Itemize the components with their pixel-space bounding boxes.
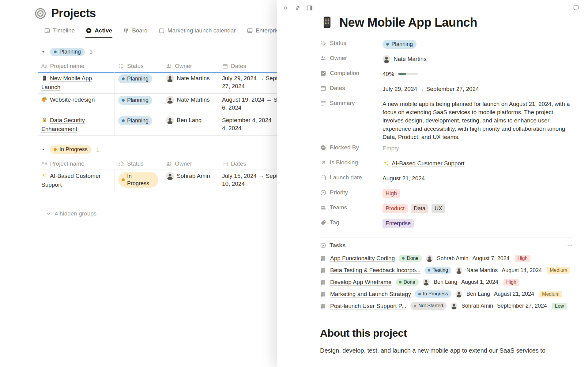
tag-pill[interactable]: Product [383,204,408,213]
project-name-link[interactable]: Data Security Enhancement [41,117,85,132]
column-header-project-name[interactable]: AaProject name [38,60,115,72]
tag-pill[interactable]: High [383,189,400,198]
column-label: Project name [50,63,85,69]
task-person: Nate Martins [466,267,498,274]
tag-pill[interactable]: Enterprise [383,219,414,228]
tag-pill[interactable]: High [515,255,530,262]
tag-pill[interactable]: Medium [539,291,562,298]
expand-icon[interactable] [294,5,301,11]
project-name-cell[interactable]: Data Security Enhancement [38,114,115,136]
tab-timeline[interactable]: Timeline [44,27,75,38]
property-value[interactable]: August 21, 2024 [383,171,425,182]
status-pill[interactable]: Done [396,279,419,286]
group-pill[interactable]: Planning [50,48,85,56]
property-value[interactable]: 40% [383,67,418,78]
owner-name: Ben Lang [177,116,202,124]
owner-cell[interactable]: Ben Lang [162,114,218,136]
task-person: Ben Lang [466,291,490,297]
tag-pill[interactable]: Data [411,204,428,213]
property-value[interactable]: July 29, 2024 → September 27, 2024 [383,82,479,93]
group-toggle-icon[interactable] [41,148,45,152]
owner-cell[interactable]: Sohrab Amin [162,170,218,191]
task-name-link[interactable]: Develop App Wireframe [330,279,392,286]
property-value[interactable]: Nate Martins [383,52,427,63]
lock-icon [41,117,47,125]
task-name-link[interactable]: Beta Testing & Feedback Incorpo... [330,267,420,274]
status-pill[interactable]: Planning [118,116,152,125]
task-row[interactable]: Beta Testing & Feedback Incorpo...Testin… [320,267,573,274]
property-summary: SummaryA new mobile app is being planned… [320,97,573,141]
status-cell[interactable]: Planning [115,114,162,136]
tag-pill[interactable]: Low [552,303,567,309]
status-cell[interactable]: Planning [115,72,162,94]
page-icon [320,279,326,285]
task-row[interactable]: App Functionality CodingDoneSohrab AminA… [320,255,573,262]
column-header-project-name[interactable]: AaProject name [38,158,115,170]
property-value[interactable]: High [383,186,400,198]
task-name-link[interactable]: App Functionality Coding [330,255,395,262]
status-pill[interactable]: Planning [118,74,152,83]
status-pill[interactable]: In Progress [415,290,451,298]
sidepeek-icon[interactable] [306,5,313,11]
spinner-icon [118,63,124,69]
status-pill[interactable]: Done [399,255,422,262]
task-date: August 1, 2024 [461,279,498,285]
property-value[interactable]: A new mobile app is being planned for la… [383,97,570,141]
task-row[interactable]: Post-launch User Support P...Not Started… [320,302,573,310]
status-dot [399,281,401,283]
relation-link-text[interactable]: AI-Based Customer Support [392,159,465,167]
task-row[interactable]: Marketing and Launch StrategyIn Progress… [320,290,573,298]
project-name-link[interactable]: Website redesign [50,96,95,103]
tab-board[interactable]: Board [123,27,148,38]
project-name-link[interactable]: AI-Based Customer Support [41,173,101,188]
text-type-icon: Aa [41,63,47,69]
task-name-link[interactable]: Marketing and Launch Strategy [330,291,411,298]
column-header-status[interactable]: Status [115,60,162,72]
status-dot [122,77,125,80]
avatar [166,96,174,104]
owner-cell[interactable]: Nate Martins [162,94,218,114]
more-options-icon[interactable] [567,242,573,249]
project-name-cell[interactable]: New Mobile App Launch [38,72,115,94]
comment-icon[interactable] [573,5,579,11]
avatar [383,55,390,63]
status-pill[interactable]: Not Started [410,302,447,310]
project-name-link[interactable]: New Mobile App Launch [41,75,92,90]
property-value[interactable]: Empty [383,141,399,152]
chevrons-icon[interactable] [282,5,289,11]
status-pill[interactable]: Planning [383,40,417,49]
column-header-owner[interactable]: Owner [162,158,218,170]
tag-pill[interactable]: UX [432,204,445,213]
owner-cell[interactable]: Nate Martins [162,72,218,94]
group-toggle-icon[interactable] [41,50,45,54]
status-pill[interactable]: In Progress [118,172,158,188]
owner-name: Nate Martins [177,74,210,82]
tab-active[interactable]: Active [85,27,112,38]
tab-marketing-launch-calendar[interactable]: Marketing launch calendar [158,27,236,38]
divider [320,237,573,238]
tag-pill[interactable]: High [503,279,519,286]
property-value[interactable]: Enterprise [383,216,414,228]
status-pill[interactable]: Planning [118,96,152,105]
project-name-cell[interactable]: AI-Based Customer Support [38,170,115,191]
task-name-link[interactable]: Post-launch User Support P... [330,303,406,309]
property-value[interactable]: AI-Based Customer Support [383,156,465,167]
status-cell[interactable]: In Progress [115,170,162,191]
status-dot [414,305,416,307]
peek-page-title: New Mobile App Launch [339,16,477,29]
task-person: Sohrab Amin [462,303,493,309]
group-pill[interactable]: In Progress [50,145,92,154]
project-name-cell[interactable]: Website redesign [38,94,115,114]
column-header-status[interactable]: Status [115,158,162,170]
status-cell[interactable]: Planning [115,94,162,114]
status-pill[interactable]: Testing [424,267,451,274]
tagicon-icon [320,219,326,226]
task-row[interactable]: Develop App WireframeDoneBen LangAugust … [320,279,573,286]
column-header-owner[interactable]: Owner [162,60,218,72]
avatar [166,116,174,124]
property-value[interactable]: ProductDataUX [383,201,445,213]
property-value[interactable]: Planning [383,37,417,49]
tag-pill[interactable]: Medium [547,267,570,274]
relation-link[interactable]: AI-Based Customer Support [383,159,465,167]
page-icon [320,267,326,273]
